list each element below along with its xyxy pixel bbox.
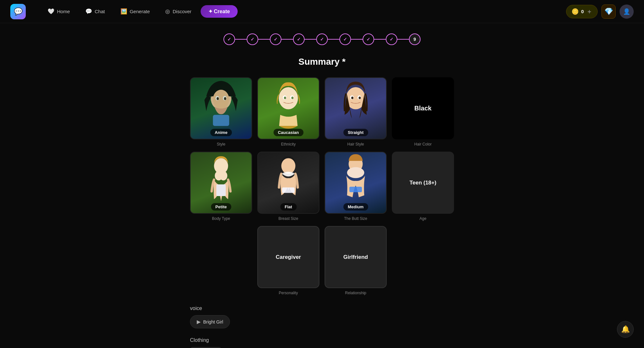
svg-point-1	[213, 90, 229, 109]
step-1[interactable]: ✓	[223, 33, 235, 45]
step-line-3	[281, 39, 293, 40]
svg-point-16	[359, 97, 361, 99]
svg-rect-6	[213, 115, 229, 126]
hairstyle-card[interactable]: Straight	[325, 77, 387, 139]
age-category: Age	[420, 216, 426, 221]
avatar-icon: 👤	[623, 8, 630, 15]
content-area: ✓ ✓ ✓ ✓ ✓ ✓ ✓ ✓ 9 Summary *	[190, 23, 454, 348]
step-9[interactable]: 9	[409, 33, 421, 45]
card-buttsize: Medium The Butt Size	[325, 152, 387, 221]
card-personality: Caregiver Personality	[257, 226, 319, 295]
style-card[interactable]: Anime	[190, 77, 252, 139]
card-age: Teen (18+) Age	[392, 152, 454, 221]
age-label: Teen (18+)	[410, 180, 436, 186]
summary-row-2: Petite Body Type	[190, 152, 454, 221]
clothing-label: Clothing	[190, 337, 454, 343]
relationship-label: Girlfriend	[343, 254, 368, 260]
step-5[interactable]: ✓	[316, 33, 328, 45]
buttsize-category: The Butt Size	[344, 216, 367, 221]
ethnicity-card[interactable]: Caucasian	[257, 77, 319, 139]
ethnicity-label: Caucasian	[273, 129, 303, 136]
step-6[interactable]: ✓	[339, 33, 351, 45]
step-2[interactable]: ✓	[247, 33, 258, 45]
summary-title: Summary *	[190, 57, 454, 67]
voice-section: voice ▶ Bright Girl	[190, 306, 454, 328]
svg-point-10	[284, 97, 286, 99]
haircolor-category: Hair Color	[414, 142, 431, 146]
buttsize-card[interactable]: Medium	[325, 152, 387, 214]
svg-point-11	[291, 97, 294, 99]
step-3[interactable]: ✓	[270, 33, 281, 45]
bodytype-card[interactable]: Petite	[190, 152, 252, 214]
personality-card[interactable]: Caregiver	[257, 226, 319, 288]
nav-right: 🪙 0 ＋ 💎 👤	[566, 5, 634, 19]
add-coins-button[interactable]: ＋	[586, 8, 592, 15]
voice-value: Bright Girl	[203, 319, 223, 324]
navbar: 💬 🤍 Home 💬 Chat 🖼️ Generate ◎ Discover ✦…	[0, 0, 644, 23]
nav-discover[interactable]: ◎ Discover	[159, 5, 198, 18]
step-line-6	[351, 39, 363, 40]
summary-row-1: Anime Style	[190, 77, 454, 146]
main-content: ✓ ✓ ✓ ✓ ✓ ✓ ✓ ✓ 9 Summary *	[0, 0, 644, 348]
buttsize-label: Medium	[343, 203, 368, 211]
bodytype-label: Petite	[211, 203, 231, 211]
discover-icon: ◎	[165, 8, 170, 15]
avatar-button[interactable]: 👤	[620, 5, 634, 19]
breastsize-card[interactable]: Flat	[257, 152, 319, 214]
card-breastsize: Flat Breast Size	[257, 152, 319, 221]
breastsize-category: Breast Size	[279, 216, 298, 221]
coin-icon: 🪙	[572, 8, 579, 15]
card-empty-2	[392, 226, 454, 295]
age-card[interactable]: Teen (18+)	[392, 152, 454, 214]
generate-icon: 🖼️	[120, 8, 127, 15]
step-4[interactable]: ✓	[293, 33, 305, 45]
placeholder-2	[392, 226, 454, 288]
voice-button[interactable]: ▶ Bright Girl	[190, 315, 230, 328]
chat-icon: 💬	[85, 8, 92, 15]
create-label: ✦ Create	[208, 9, 230, 14]
nav-generate[interactable]: 🖼️ Generate	[114, 5, 156, 18]
step-line-7	[374, 39, 386, 40]
nav-discover-label: Discover	[173, 9, 191, 14]
svg-point-21	[281, 158, 296, 174]
haircolor-card[interactable]: Black	[392, 77, 454, 139]
logo-icon[interactable]: 💬	[10, 4, 26, 19]
diamond-icon: 💎	[604, 7, 613, 16]
clothing-section: Clothing Swimsuit	[190, 337, 454, 348]
step-7[interactable]: ✓	[363, 33, 374, 45]
card-style: Anime Style	[190, 77, 252, 146]
coin-badge: 🪙 0 ＋	[566, 5, 598, 18]
svg-rect-20	[216, 184, 226, 196]
nav-chat-label: Chat	[95, 9, 105, 14]
svg-point-7	[279, 87, 298, 109]
hairstyle-category: Hair Style	[347, 142, 364, 146]
stepper: ✓ ✓ ✓ ✓ ✓ ✓ ✓ ✓ 9	[190, 33, 454, 45]
summary-row-3: Caregiver Personality Girlfriend Relatio…	[190, 226, 454, 295]
haircolor-label: Black	[414, 105, 431, 112]
step-line-1	[235, 39, 247, 40]
card-haircolor: Black Hair Color	[392, 77, 454, 146]
step-line-2	[258, 39, 270, 40]
step-8[interactable]: ✓	[386, 33, 397, 45]
notification-bell[interactable]: 🔔	[617, 321, 634, 338]
placeholder-1	[190, 226, 252, 288]
card-ethnicity: Caucasian Ethnicity	[257, 77, 319, 146]
nav-chat[interactable]: 💬 Chat	[79, 5, 111, 18]
step-line-5	[328, 39, 339, 40]
svg-point-19	[220, 171, 227, 180]
svg-point-4	[217, 97, 219, 100]
relationship-card[interactable]: Girlfriend	[325, 226, 387, 288]
personality-label: Caregiver	[276, 254, 301, 260]
step-line-8	[397, 39, 409, 40]
step-line-4	[305, 39, 316, 40]
home-icon: 🤍	[48, 8, 54, 15]
svg-point-15	[351, 97, 354, 99]
nav-home[interactable]: 🤍 Home	[41, 5, 76, 18]
coin-count: 0	[581, 9, 584, 14]
diamond-button[interactable]: 💎	[601, 5, 616, 19]
create-button[interactable]: ✦ Create	[201, 5, 238, 18]
relationship-category: Relationship	[345, 291, 366, 295]
nav-generate-label: Generate	[130, 9, 150, 14]
card-relationship: Girlfriend Relationship	[325, 226, 387, 295]
voice-label: voice	[190, 306, 454, 311]
